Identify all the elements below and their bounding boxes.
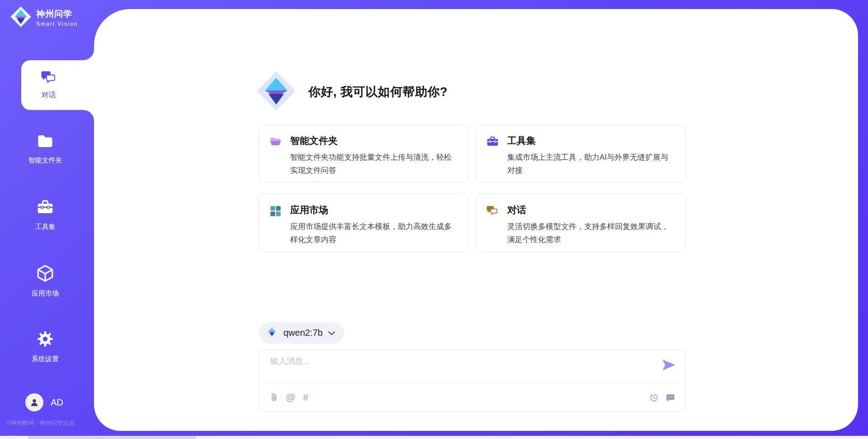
card-toolset[interactable]: 工具集 集成市场上主流工具，助力AI与外界无缝扩展与对接: [476, 124, 685, 182]
app-subtitle: Smart Vision: [36, 21, 78, 27]
card-title: 工具集: [507, 134, 674, 147]
sidebar-item-chat[interactable]: 对话: [21, 60, 76, 110]
copyright-footer: ©神州数码 · 神州问学出品: [6, 419, 75, 427]
greeting-title: 你好, 我可以如何帮助你?: [308, 84, 448, 100]
composer-toolbar: @ #: [270, 383, 675, 411]
send-button[interactable]: [662, 359, 676, 373]
user-account[interactable]: AD: [25, 393, 63, 411]
sidebar-item-label: 系统设置: [32, 355, 59, 363]
sidebar-item-smart-folder[interactable]: 智能文件夹: [19, 133, 71, 165]
cube-icon: [36, 264, 55, 285]
toolbox-icon: [486, 136, 499, 182]
history-icon: [649, 393, 659, 402]
feature-cards: 智能文件夹 智能文件夹功能支持批量文件上传与清洗，轻松实现文件问答 工具集 集成…: [259, 124, 685, 252]
diamond-logo-icon: [256, 71, 297, 113]
horizontal-scrollbar[interactable]: [0, 436, 868, 439]
sidebar-item-app-market[interactable]: 应用市场: [19, 264, 71, 298]
sidebar-item-label: 应用市场: [32, 289, 59, 298]
paperclip-icon: [270, 392, 278, 402]
card-title: 智能文件夹: [290, 134, 457, 147]
diamond-logo-icon: [266, 326, 278, 340]
card-app-market[interactable]: 应用市场 应用市场提供丰富长文本模板，助力高效生成多样化文章内容: [259, 194, 468, 252]
card-description: 灵活切换多模型文件，支持多样回复效果调试，满足个性化需求: [507, 220, 674, 246]
main-panel: 你好, 我可以如何帮助你? 智能文件夹 智能文件夹功能支持批量文件上传与清洗，轻…: [94, 9, 858, 431]
card-description: 智能文件夹功能支持批量文件上传与清洗，轻松实现文件问答: [290, 151, 457, 177]
card-title: 对话: [507, 204, 674, 216]
message-input[interactable]: 输入消息...: [270, 356, 310, 367]
greeting: 你好, 我可以如何帮助你?: [256, 71, 448, 113]
sidebar-item-label: 对话: [42, 91, 56, 100]
send-icon: [662, 359, 676, 371]
conversation-button[interactable]: [665, 393, 675, 402]
user-name: AD: [51, 397, 63, 408]
card-smart-folder[interactable]: 智能文件夹 智能文件夹功能支持批量文件上传与清洗，轻松实现文件问答: [259, 124, 468, 182]
chat-bubbles-icon: [41, 70, 57, 87]
app-name: 神州问学: [36, 8, 78, 20]
model-selector[interactable]: qwen2:7b: [259, 322, 344, 344]
card-title: 应用市场: [290, 204, 457, 216]
gear-icon: [36, 329, 55, 350]
diamond-logo-icon: [10, 6, 32, 29]
message-icon: [665, 393, 675, 402]
chat-bubbles-icon: [486, 205, 499, 251]
history-button[interactable]: [649, 393, 659, 402]
card-description: 集成市场上主流工具，助力AI与外界无缝扩展与对接: [507, 151, 674, 177]
chevron-down-icon: [328, 329, 335, 337]
sidebar-item-settings[interactable]: 系统设置: [19, 329, 71, 363]
person-icon: [29, 397, 39, 407]
attach-file-button[interactable]: [270, 392, 278, 402]
sidebar-item-label: 智能文件夹: [28, 156, 62, 165]
model-name: qwen2:7b: [283, 328, 323, 338]
grid-cube-icon: [269, 205, 282, 251]
hashtag-button[interactable]: #: [303, 392, 308, 403]
message-composer: 输入消息... @ #: [259, 349, 685, 412]
scrollbar-thumb[interactable]: [28, 436, 196, 439]
mention-button[interactable]: @: [286, 392, 295, 403]
folder-icon: [36, 133, 55, 152]
card-description: 应用市场提供丰富长文本模板，助力高效生成多样化文章内容: [290, 220, 457, 246]
app-logo: 神州问学 Smart Vision: [10, 6, 78, 29]
sidebar-item-label: 工具集: [35, 223, 56, 231]
open-folder-icon: [269, 136, 282, 182]
sidebar-item-toolset[interactable]: 工具集: [19, 198, 71, 231]
avatar: [25, 393, 43, 411]
card-chat[interactable]: 对话 灵活切换多模型文件，支持多样回复效果调试，满足个性化需求: [476, 194, 685, 252]
toolbox-icon: [36, 198, 55, 218]
